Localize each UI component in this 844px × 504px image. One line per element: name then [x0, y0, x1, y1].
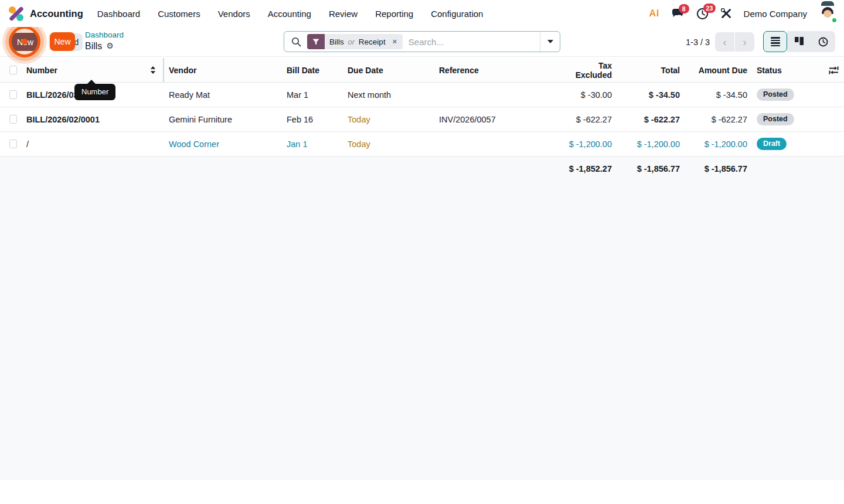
view-list-button[interactable]	[763, 31, 787, 52]
messages-count-badge: 8	[679, 4, 689, 13]
status-badge: Posted	[757, 113, 794, 125]
new-button[interactable]: New	[50, 32, 75, 51]
kanban-view-icon	[795, 37, 804, 46]
column-header-status[interactable]: Status	[752, 58, 823, 82]
column-header-bill-date[interactable]: Bill Date	[282, 58, 343, 82]
menu-dashboard[interactable]: Dashboard	[97, 9, 140, 19]
tax-excluded: $ -622.27	[559, 107, 617, 131]
reference	[434, 83, 559, 107]
total: $ -1,200.00	[617, 132, 685, 156]
menu-vendors[interactable]: Vendors	[218, 9, 250, 19]
facet-separator: or	[346, 38, 357, 46]
row-checkbox[interactable]	[9, 90, 17, 99]
facet-remove-icon[interactable]: ✕	[390, 38, 403, 46]
bills-list-view: Number Vendor Bill Date Due Date Referen…	[0, 58, 844, 480]
tax-excluded: $ -30.00	[559, 83, 617, 107]
view-kanban-button[interactable]	[787, 31, 811, 52]
activities-icon[interactable]: 23	[696, 8, 709, 20]
facet-value-receipt: Receipt	[359, 38, 386, 46]
search-facet-bills-or-receipt: Bills or Receipt ✕	[307, 34, 403, 49]
search-icon	[291, 37, 301, 47]
app-title[interactable]: Accounting	[30, 8, 83, 19]
bill-number: /	[22, 132, 164, 156]
menu-accounting[interactable]: Accounting	[268, 9, 311, 19]
bill-number: BILL/2026/02/0001	[22, 107, 164, 131]
due-date: Today	[343, 107, 434, 131]
bill-date: Jan 1	[282, 132, 343, 156]
search-dropdown-toggle[interactable]	[540, 32, 560, 52]
due-date: Today	[343, 132, 434, 156]
table-row[interactable]: BILL/2026/03/0001 Ready Mat Mar 1 Next m…	[0, 83, 844, 107]
menu-reporting[interactable]: Reporting	[375, 9, 413, 19]
tax-excluded: $ -1,200.00	[559, 132, 617, 156]
total-tax-excluded: $ -1,852.27	[559, 156, 617, 181]
table-row[interactable]: BILL/2026/02/0001 Gemini Furniture Feb 1…	[0, 107, 844, 132]
vendor: Gemini Furniture	[164, 107, 282, 131]
chevron-down-icon	[547, 40, 553, 43]
row-checkbox[interactable]	[9, 115, 17, 124]
column-header-vendor[interactable]: Vendor	[164, 58, 282, 82]
table-footer-area: $ -1,852.27 $ -1,856.77 $ -1,856.77	[0, 156, 844, 480]
reference: INV/2026/0057	[434, 107, 559, 131]
breadcrumb: Dashboard Bills ⚙	[85, 30, 124, 52]
table-header-row: Number Vendor Bill Date Due Date Referen…	[0, 58, 844, 83]
menu-review[interactable]: Review	[329, 9, 358, 19]
column-header-reference[interactable]: Reference	[434, 58, 559, 82]
list-view-icon	[771, 37, 780, 46]
search-bar: Bills or Receipt ✕	[284, 31, 560, 52]
messages-icon[interactable]: 8	[672, 8, 684, 19]
view-activity-button[interactable]	[811, 31, 835, 52]
activities-count-badge: 23	[703, 4, 716, 13]
ai-icon[interactable]: AI	[649, 8, 659, 19]
bill-date: Feb 16	[282, 107, 343, 131]
vendor: Ready Mat	[164, 83, 282, 107]
total: $ -34.50	[617, 83, 685, 107]
view-switcher	[763, 31, 835, 52]
column-header-amount-due[interactable]: Amount Due	[685, 58, 752, 82]
wrench-screwdriver-icon	[721, 8, 731, 19]
reference	[434, 132, 559, 156]
vendor: Wood Corner	[164, 132, 282, 156]
top-navbar: Accounting Dashboard Customers Vendors A…	[0, 0, 844, 27]
select-all-checkbox[interactable]	[9, 66, 17, 74]
pager-previous-button[interactable]: ‹	[715, 32, 734, 52]
tools-icon[interactable]	[721, 8, 731, 19]
total-total: $ -1,856.77	[617, 156, 685, 181]
settings-gear-icon[interactable]: ⚙	[106, 41, 114, 52]
company-switcher[interactable]: Demo Company	[744, 9, 807, 19]
pager-next-button[interactable]: ›	[735, 32, 754, 52]
amount-due: $ -1,200.00	[685, 132, 752, 156]
filter-icon	[307, 34, 325, 49]
amount-due: $ -622.27	[685, 107, 752, 131]
total: $ -622.27	[617, 107, 685, 131]
user-avatar[interactable]	[819, 5, 836, 22]
menu-configuration[interactable]: Configuration	[431, 9, 483, 19]
accounting-app-logo-icon[interactable]	[8, 6, 24, 22]
main-menu: Dashboard Customers Vendors Accounting R…	[97, 9, 484, 19]
online-status-dot	[831, 17, 838, 23]
due-date: Next month	[343, 83, 434, 107]
pager-range: 1-3 / 3	[686, 27, 710, 57]
activity-view-icon	[818, 37, 828, 47]
amount-due: $ -34.50	[685, 83, 752, 107]
column-tooltip: Number	[74, 84, 115, 100]
optional-columns-icon[interactable]	[828, 58, 839, 82]
row-checkbox[interactable]	[9, 139, 17, 148]
breadcrumb-dashboard-link[interactable]: Dashboard	[85, 30, 124, 40]
table-row[interactable]: / Wood Corner Jan 1 Today $ -1,200.00 $ …	[0, 132, 844, 156]
page-title: Bills	[85, 40, 102, 52]
total-amount-due: $ -1,856.77	[685, 156, 752, 181]
control-panel: New Upload New Dashboard Bills ⚙ Bills o…	[0, 27, 844, 57]
status-badge: Posted	[757, 88, 794, 101]
column-header-number[interactable]: Number	[22, 58, 164, 82]
facet-value-bills: Bills	[329, 38, 344, 46]
column-header-tax-excluded[interactable]: Tax Excluded	[559, 58, 617, 82]
menu-customers[interactable]: Customers	[158, 9, 200, 19]
column-header-due-date[interactable]: Due Date	[343, 58, 434, 82]
sort-icon	[150, 66, 158, 74]
totals-row: $ -1,852.27 $ -1,856.77 $ -1,856.77	[0, 156, 844, 181]
new-button-highlighted[interactable]: New	[12, 33, 39, 51]
bill-date: Mar 1	[282, 83, 343, 107]
column-header-total[interactable]: Total	[617, 58, 685, 82]
search-input[interactable]	[409, 37, 540, 47]
